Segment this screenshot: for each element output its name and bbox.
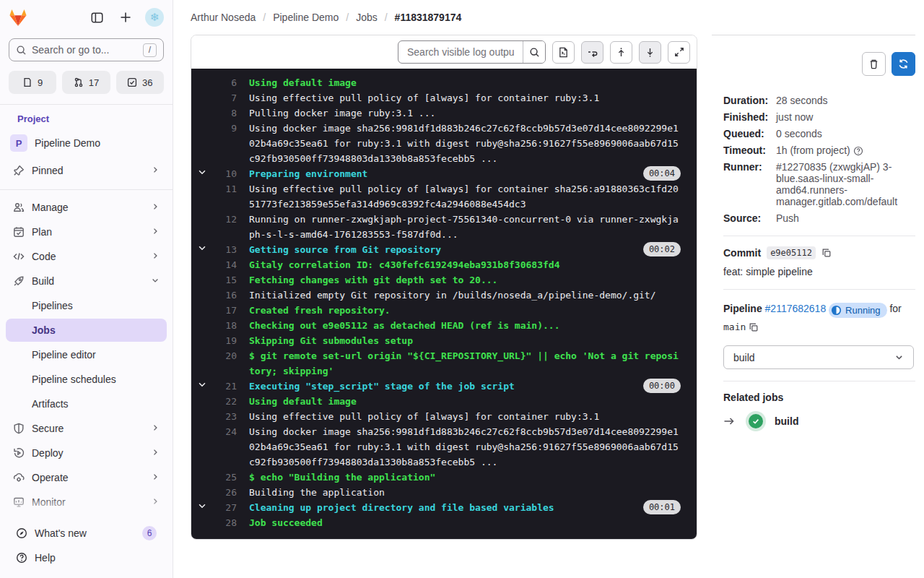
create-new-icon[interactable]	[116, 8, 135, 27]
stage-dropdown[interactable]: build	[723, 345, 914, 369]
sidebar-item-label: Code	[32, 251, 144, 262]
breadcrumb-separator: /	[346, 12, 349, 23]
log-section-header: 27Cleaning up project directory and file…	[191, 500, 697, 515]
collapse-section-chevron-icon[interactable]	[191, 166, 213, 177]
sidebar-item-jobs[interactable]: Jobs	[6, 319, 167, 342]
sidebar-item-plan[interactable]: Plan	[6, 220, 167, 243]
scroll-to-bottom-button[interactable]	[639, 41, 661, 64]
log-line-text: Job succeeded	[249, 515, 681, 530]
breadcrumb-link-project[interactable]: Pipeline Demo	[273, 12, 339, 23]
sidebar-item-help[interactable]: Help	[9, 546, 164, 569]
copy-ref-icon[interactable]	[749, 322, 759, 332]
retry-job-button[interactable]	[892, 52, 915, 76]
log-gutter	[191, 121, 213, 121]
log-gutter	[191, 257, 213, 258]
log-gutter	[191, 424, 213, 425]
log-gutter	[191, 394, 213, 394]
breadcrumb-link-user[interactable]: Arthur Noseda	[191, 12, 256, 23]
arrow-up-to-dot-icon	[616, 47, 627, 58]
merge-request-icon	[74, 77, 84, 87]
sidebar-item-pipeline-editor[interactable]: Pipeline editor	[6, 343, 167, 366]
log-line-text: Using default image	[249, 394, 681, 409]
log-line-number[interactable]: 16	[213, 288, 237, 303]
user-avatar[interactable]: ❄	[145, 8, 164, 27]
job-details-sidebar: Duration:28 secondsFinished:just nowQueu…	[712, 35, 915, 428]
scroll-to-top-button[interactable]	[610, 41, 632, 64]
retry-icon	[898, 59, 909, 69]
related-job-link[interactable]: build	[775, 415, 798, 427]
sidebar-item-artifacts[interactable]: Artifacts	[6, 392, 167, 415]
sidebar-item-pipeline-schedules[interactable]: Pipeline schedules	[6, 368, 167, 391]
sidebar-item-pipelines[interactable]: Pipelines	[6, 294, 167, 317]
log-line-number[interactable]: 21	[213, 379, 237, 394]
log-line-number[interactable]: 22	[213, 394, 237, 409]
sidebar-item-pinned[interactable]: Pinned	[6, 159, 167, 182]
log-line-number[interactable]: 15	[213, 272, 237, 288]
log-line: 11Using effective pull policy of [always…	[191, 181, 697, 212]
sidebar-item-build[interactable]: Build	[6, 269, 167, 293]
sidebar-item-secure[interactable]: Secure	[6, 417, 167, 440]
sidebar-item-manage[interactable]: Manage	[6, 196, 167, 219]
log-line-number[interactable]: 9	[213, 121, 237, 136]
log-line-number[interactable]: 25	[213, 470, 237, 485]
log-line-number[interactable]: 12	[213, 212, 237, 227]
sidebar-item-monitor[interactable]: Monitor	[6, 491, 167, 514]
issues-count-pill[interactable]: 9	[9, 71, 56, 94]
log-line-number[interactable]: 10	[213, 166, 237, 181]
sidebar-item-deploy[interactable]: Deploy	[6, 441, 167, 465]
log-line-number[interactable]: 26	[213, 485, 237, 500]
chevron-right-icon	[151, 227, 160, 238]
log-line-number[interactable]: 20	[213, 348, 237, 363]
sidebar-item-label: Manage	[32, 202, 144, 213]
log-line-number[interactable]: 6	[213, 75, 237, 90]
log-line-number[interactable]: 14	[213, 257, 237, 272]
log-line-number[interactable]: 18	[213, 318, 237, 333]
fullscreen-button[interactable]	[668, 41, 690, 64]
sidebar-item-label: Deploy	[32, 447, 144, 459]
sidebar-item-whats-new[interactable]: What's new 6	[9, 522, 164, 545]
sidebar-item-label: Artifacts	[32, 398, 160, 410]
merge-requests-count-pill[interactable]: 17	[62, 71, 110, 94]
commit-sha[interactable]: e9e05112	[767, 246, 816, 259]
log-search-button[interactable]	[523, 40, 545, 64]
users-icon	[13, 202, 25, 213]
sidebar-item-operate[interactable]: Operate	[6, 466, 167, 489]
log-line-number[interactable]: 11	[213, 181, 237, 197]
sidebar-item-project[interactable]: P Pipeline Demo	[6, 131, 167, 155]
log-line-number[interactable]: 7	[213, 90, 237, 105]
log-search-input[interactable]	[398, 46, 523, 58]
log-line-text: Preparing environment	[249, 166, 367, 181]
log-line: 19Skipping Git submodules setup	[191, 333, 697, 348]
copy-commit-sha-icon[interactable]	[821, 248, 832, 258]
pipeline-status-badge[interactable]: Running	[829, 303, 886, 318]
breadcrumb-current-job: #11831879174	[395, 12, 462, 23]
log-line-number[interactable]: 13	[213, 242, 237, 257]
log-line-number[interactable]: 8	[213, 105, 237, 121]
log-line-number[interactable]: 27	[213, 500, 237, 515]
log-line-text: Pulling docker image ruby:3.1 ...	[249, 105, 681, 121]
collapse-section-chevron-icon[interactable]	[191, 242, 213, 253]
erase-job-button[interactable]	[862, 52, 886, 76]
job-meta: Duration:28 secondsFinished:just nowQueu…	[723, 95, 915, 224]
pipeline-ref[interactable]: main	[723, 322, 746, 332]
breadcrumb-link-jobs[interactable]: Jobs	[356, 12, 378, 23]
log-line-number[interactable]: 17	[213, 303, 237, 318]
collapse-sidebar-icon[interactable]	[87, 8, 106, 27]
sidebar-item-code[interactable]: Code	[6, 245, 167, 268]
log-line-number[interactable]: 24	[213, 424, 237, 439]
gitlab-logo[interactable]	[9, 9, 27, 27]
todos-count-pill[interactable]: 36	[116, 71, 164, 94]
search-input[interactable]: Search or go to... /	[9, 38, 164, 61]
log-line-number[interactable]: 28	[213, 515, 237, 530]
status-success-icon[interactable]	[749, 414, 763, 428]
collapse-section-chevron-icon[interactable]	[191, 379, 213, 389]
log-line-number[interactable]: 23	[213, 409, 237, 424]
chevron-right-icon	[151, 251, 160, 262]
log-line-number[interactable]: 19	[213, 333, 237, 348]
raw-log-button[interactable]	[552, 41, 575, 64]
collapse-section-chevron-icon[interactable]	[191, 500, 213, 511]
wrap-lines-button[interactable]	[581, 41, 603, 64]
breadcrumb-separator: /	[385, 12, 388, 23]
pipeline-link[interactable]: #2117682618	[765, 303, 827, 314]
question-icon[interactable]	[853, 146, 863, 156]
